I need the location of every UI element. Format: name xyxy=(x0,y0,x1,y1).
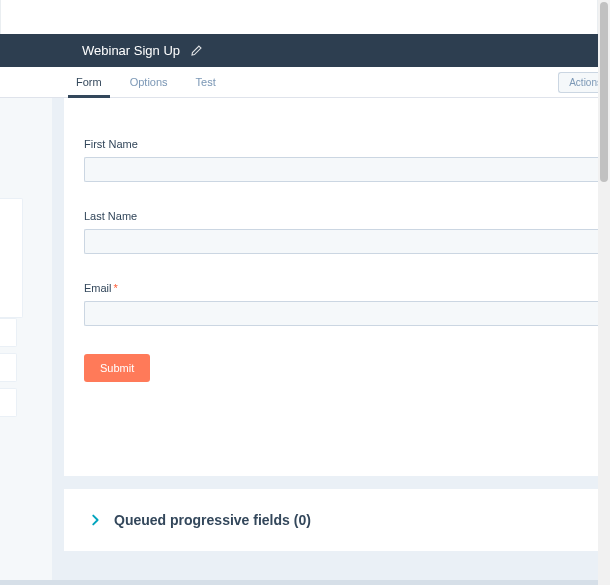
submit-label: Submit xyxy=(100,362,134,374)
tab-label: Options xyxy=(130,76,168,88)
queued-label: Queued progressive fields (0) xyxy=(114,512,311,528)
last-name-input[interactable] xyxy=(84,229,610,254)
field-label: First Name xyxy=(84,138,610,150)
queued-progressive-fields[interactable]: Queued progressive fields (0) xyxy=(64,489,610,551)
tab-label: Form xyxy=(76,76,102,88)
component-drag-handle[interactable] xyxy=(0,388,17,417)
form-canvas: First Name Last Name Email* Submit Queue… xyxy=(52,98,610,580)
form-card: First Name Last Name Email* Submit xyxy=(64,98,610,476)
window-scrollbar-thumb[interactable] xyxy=(600,2,608,182)
tab-options[interactable]: Options xyxy=(116,67,182,97)
component-drag-handle[interactable] xyxy=(0,318,17,347)
component-drag-handle[interactable] xyxy=(0,353,17,382)
submit-button[interactable]: Submit xyxy=(84,354,150,382)
component-drag-handles xyxy=(0,318,17,423)
email-input[interactable] xyxy=(84,301,610,326)
field-label: Last Name xyxy=(84,210,610,222)
component-drag-handle[interactable] xyxy=(0,198,23,318)
tab-test[interactable]: Test xyxy=(182,67,230,97)
top-whitespace xyxy=(0,0,598,34)
tab-form[interactable]: Form xyxy=(62,67,116,97)
field-last-name: Last Name xyxy=(84,210,610,254)
field-label-text: Email xyxy=(84,282,112,294)
page-title: Webinar Sign Up xyxy=(82,43,180,58)
titlebar: Webinar Sign Up xyxy=(0,34,610,67)
edit-title-icon[interactable] xyxy=(190,44,203,57)
first-name-input[interactable] xyxy=(84,157,610,182)
bottom-edge xyxy=(0,580,598,585)
required-asterisk: * xyxy=(114,282,118,294)
field-label: Email* xyxy=(84,282,610,294)
tabbar: Form Options Test Actions xyxy=(0,67,610,98)
left-gutter xyxy=(0,98,16,580)
window-scrollbar[interactable] xyxy=(598,0,610,585)
field-first-name: First Name xyxy=(84,138,610,182)
tab-label: Test xyxy=(196,76,216,88)
chevron-right-icon xyxy=(88,513,102,527)
field-email: Email* xyxy=(84,282,610,326)
